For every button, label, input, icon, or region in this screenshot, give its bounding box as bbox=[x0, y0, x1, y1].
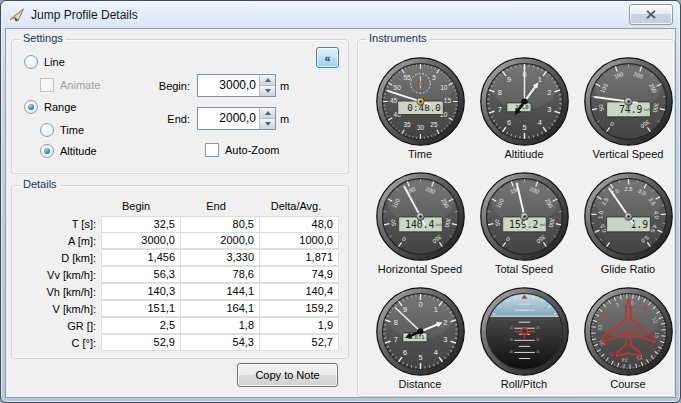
autozoom-checkbox-row[interactable]: Auto-Zoom bbox=[205, 143, 279, 157]
altitude-radio-label: Altitude bbox=[60, 145, 97, 157]
gauge-horizontal-speed: 050100150200250300350140.4km/h Horizonta… bbox=[368, 163, 472, 278]
table-row: Vv [km/h]:56,378,674,9 bbox=[16, 267, 339, 284]
altitude-gauge-icon: 01234567891000 bbox=[478, 55, 571, 148]
line-radio-label: Line bbox=[44, 56, 65, 68]
altitude-radio[interactable] bbox=[40, 144, 54, 158]
details-group-title: Details bbox=[20, 178, 60, 190]
cell-begin: 1,456 bbox=[101, 249, 181, 266]
svg-text:5: 5 bbox=[432, 74, 436, 81]
cell-end: 1,8 bbox=[180, 317, 260, 334]
end-unit-label: m bbox=[280, 113, 289, 125]
table-row: A [m]:3000,02000,01000,0 bbox=[16, 233, 339, 250]
gauge-vertical-speed: 05010015020025030035074.9km/h Vertical S… bbox=[576, 48, 680, 163]
gauge-label: Time bbox=[408, 148, 432, 160]
row-label: D [km]: bbox=[16, 250, 102, 267]
line-radio[interactable] bbox=[24, 55, 38, 69]
svg-text:20: 20 bbox=[536, 326, 540, 330]
column-header-delta: Delta/Avg. bbox=[256, 200, 336, 212]
svg-text:30: 30 bbox=[509, 338, 513, 342]
svg-text:10: 10 bbox=[509, 308, 513, 312]
autozoom-checkbox-label: Auto-Zoom bbox=[225, 144, 279, 156]
autozoom-checkbox[interactable] bbox=[205, 143, 219, 157]
time-radio-row[interactable]: Time bbox=[40, 123, 84, 137]
end-value[interactable]: 2000,0 bbox=[198, 108, 259, 129]
glide-ratio-gauge-icon: 0.51.01.52.02.53.03.54.04.55.01.9 bbox=[582, 170, 675, 263]
begin-spin-down[interactable] bbox=[260, 85, 275, 96]
details-group: Details Begin End Delta/Avg. T [s]:32,58… bbox=[11, 185, 349, 359]
altitude-radio-row[interactable]: Altitude bbox=[40, 144, 97, 158]
distance-gauge-icon: 01234567891.871 bbox=[374, 285, 467, 378]
column-header-begin: Begin bbox=[96, 200, 176, 212]
svg-text:8: 8 bbox=[393, 318, 397, 327]
svg-text:km/h: km/h bbox=[435, 223, 441, 227]
begin-spin-up[interactable] bbox=[260, 75, 275, 85]
close-button[interactable] bbox=[629, 4, 673, 25]
collapse-button[interactable]: « bbox=[316, 47, 339, 68]
svg-text:1.9: 1.9 bbox=[630, 219, 648, 230]
roll-pitch-gauge-icon: 10 1020 2030 3040 40 bbox=[478, 285, 571, 378]
gauge-roll-pitch: 10 1020 2030 3040 40 Roll/Pitch bbox=[472, 278, 576, 393]
cell-begin: 140,3 bbox=[101, 283, 181, 300]
gauge-label: Glide Ratio bbox=[601, 263, 655, 275]
cell-begin: 56,3 bbox=[101, 266, 181, 283]
svg-text:1: 1 bbox=[433, 305, 437, 314]
row-label: GR []: bbox=[16, 318, 102, 335]
svg-text:3: 3 bbox=[443, 335, 447, 344]
svg-text:55: 55 bbox=[403, 74, 411, 81]
end-spinbox[interactable]: 2000,0 bbox=[197, 107, 276, 130]
line-radio-row[interactable]: Line bbox=[24, 55, 65, 69]
time-radio[interactable] bbox=[40, 123, 54, 137]
gauge-label: Total Speed bbox=[495, 263, 553, 275]
gauge-label: Vertical Speed bbox=[593, 148, 664, 160]
cell-delta: 140,4 bbox=[259, 283, 339, 300]
title-bar[interactable]: Jump Profile Details bbox=[1, 1, 680, 28]
svg-text:0:48.0: 0:48.0 bbox=[407, 102, 441, 113]
svg-text:30: 30 bbox=[416, 124, 424, 131]
course-gauge-icon: N36E1215S2124W3033 bbox=[582, 285, 675, 378]
row-label: Vh [km/h]: bbox=[16, 284, 102, 301]
cell-delta: 1,9 bbox=[259, 317, 339, 334]
range-radio[interactable] bbox=[24, 100, 38, 114]
gauge-glide-ratio: 0.51.01.52.02.53.03.54.04.55.01.9 Glide … bbox=[576, 163, 680, 278]
begin-value[interactable]: 3000,0 bbox=[198, 75, 259, 96]
window-title: Jump Profile Details bbox=[31, 8, 138, 22]
cell-end: 144,1 bbox=[180, 283, 260, 300]
svg-text:40: 40 bbox=[509, 350, 513, 354]
cell-end: 78,6 bbox=[180, 266, 260, 283]
svg-text:7: 7 bbox=[497, 105, 501, 114]
gauge-total-speed: 050100150200250300350159.2km/h Total Spe… bbox=[472, 163, 576, 278]
cell-end: 2000,0 bbox=[180, 232, 260, 249]
settings-group-title: Settings bbox=[20, 32, 66, 44]
begin-spinbox[interactable]: 3000,0 bbox=[197, 74, 276, 97]
gauge-label: Horizontal Speed bbox=[378, 263, 462, 275]
dialog-window: Jump Profile Details Settings « Line Ani… bbox=[0, 0, 681, 403]
cell-begin: 151,1 bbox=[101, 300, 181, 317]
svg-text:2: 2 bbox=[547, 88, 551, 97]
animate-checkbox-row: Animate bbox=[40, 78, 100, 92]
svg-text:10: 10 bbox=[536, 308, 540, 312]
row-label: V [km/h]: bbox=[16, 301, 102, 318]
cell-begin: 52,9 bbox=[101, 334, 181, 351]
copy-to-note-button[interactable]: Copy to Note bbox=[237, 363, 338, 387]
time-gauge-icon: 510152025303540455055 0:48.0 bbox=[374, 55, 467, 148]
arrow-up-icon bbox=[265, 111, 271, 115]
gauge-label: Distance bbox=[399, 378, 442, 390]
row-label: C [°]: bbox=[16, 335, 102, 352]
svg-text:4: 4 bbox=[433, 348, 437, 357]
svg-text:2: 2 bbox=[443, 318, 447, 327]
horizontal-speed-gauge-icon: 050100150200250300350140.4km/h bbox=[374, 170, 467, 263]
gauge-distance: 01234567891.871 Distance bbox=[368, 278, 472, 393]
svg-text:4: 4 bbox=[537, 118, 541, 127]
app-icon bbox=[9, 7, 25, 23]
svg-text:4.0: 4.0 bbox=[653, 211, 659, 219]
end-label: End: bbox=[120, 113, 190, 125]
svg-text:40: 40 bbox=[536, 350, 540, 354]
end-spin-down[interactable] bbox=[260, 118, 275, 129]
end-spin-up[interactable] bbox=[260, 108, 275, 118]
svg-text:1.0: 1.0 bbox=[597, 211, 603, 219]
table-row: V [km/h]:151,1164,1159,2 bbox=[16, 301, 339, 318]
svg-text:8: 8 bbox=[497, 88, 501, 97]
svg-text:74.9: 74.9 bbox=[618, 104, 642, 115]
range-radio-row[interactable]: Range bbox=[24, 100, 76, 114]
svg-text:2.5: 2.5 bbox=[624, 186, 632, 192]
